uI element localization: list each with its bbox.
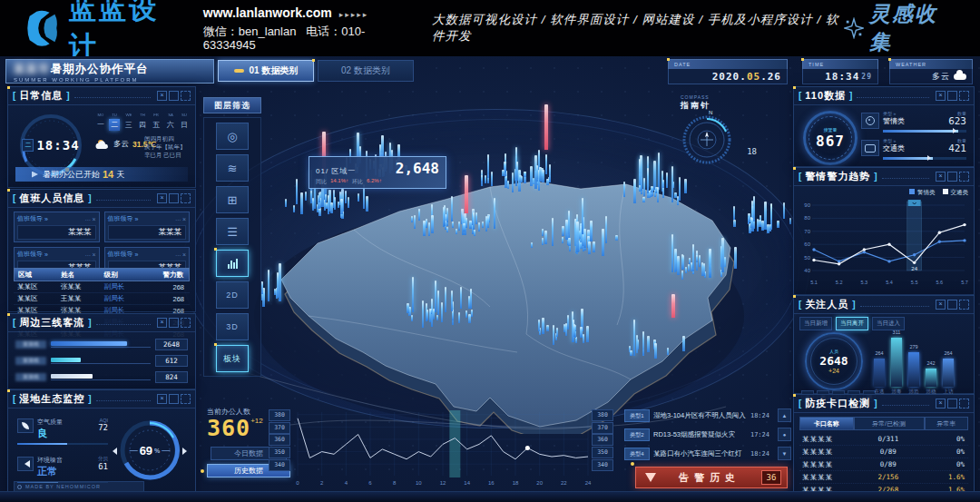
panel-title: 值班人员信息	[19, 192, 84, 205]
warning-triangle-icon	[643, 471, 658, 484]
radar-layer-button[interactable]: ≋	[216, 154, 249, 182]
window-icon[interactable]	[947, 399, 957, 408]
svg-text:5.7: 5.7	[961, 280, 968, 285]
grid-layer-button[interactable]: ⊞	[216, 186, 249, 213]
scroll-dot[interactable]: ●	[778, 428, 791, 441]
site-url[interactable]: www.lanlanwork.com	[203, 5, 332, 20]
expand-icon[interactable]	[181, 394, 191, 404]
col-header[interactable]: 警力数	[147, 271, 189, 280]
inspiration-collect[interactable]: 灵感收集	[844, 0, 953, 56]
panel-focus-persons: [关注人员]× 当日新增当日离开当日进入 人员 2648 +24 ◈◉◫▤▦ 2…	[793, 295, 975, 394]
3d-button[interactable]: 3D	[216, 313, 249, 340]
city-map[interactable]	[218, 134, 780, 434]
scroll-up-button[interactable]: ▲	[778, 408, 791, 422]
col-header[interactable]: 姓名	[61, 271, 103, 280]
window-icon[interactable]	[947, 172, 957, 182]
camera-layer-button[interactable]: ◎	[216, 123, 249, 150]
col-header[interactable]: 级别	[104, 271, 147, 280]
close-icon[interactable]: ×	[157, 193, 167, 203]
tooltip-value: 2,648	[396, 160, 439, 177]
eco-gauge-unit: %	[154, 448, 160, 454]
alert-row[interactable]: 类型4某路口有小汽车连闯三个红灯18:24	[624, 447, 769, 461]
col-abnormal-rate[interactable]: 异常率	[925, 417, 968, 430]
close-icon[interactable]: ×	[157, 394, 167, 404]
close-icon[interactable]: ×	[936, 91, 946, 101]
2d-button[interactable]: 2D	[216, 281, 249, 309]
window-icon[interactable]	[947, 300, 957, 310]
svg-text:10: 10	[416, 480, 422, 486]
close-icon[interactable]: ×	[92, 216, 95, 222]
svg-text:24: 24	[911, 266, 917, 271]
duty-table-header: 区域姓名级别警力数	[14, 268, 190, 281]
checkpoint-row: 某某某某0/3110%	[799, 433, 968, 446]
col-header[interactable]: 区域	[15, 271, 61, 280]
duty-leader-card[interactable]: 值班领导»⋯×某某某	[104, 212, 191, 242]
panel-title: 湿地生态监控	[19, 392, 84, 406]
focus-bar: 264上访	[943, 359, 954, 387]
close-icon[interactable]: ×	[936, 300, 946, 310]
window-icon[interactable]	[169, 318, 179, 328]
expand-icon[interactable]	[959, 91, 969, 101]
close-icon[interactable]: ×	[157, 318, 167, 328]
alert-row[interactable]: 类型2RD13-53烟感报警疑似火灾17:24	[624, 428, 769, 442]
chevron-right-icon: »	[44, 251, 48, 258]
time-plate: TIME 18:3429	[802, 59, 878, 83]
scroll-down-button[interactable]: ▼	[778, 447, 791, 460]
svg-text:2: 2	[320, 480, 324, 486]
flow-line-label: 某某线	[15, 357, 46, 365]
svg-text:12: 12	[440, 480, 446, 486]
panel-passenger-flow: [周边三线客流]× 某某线2648某某线612某某线824	[7, 313, 196, 389]
duty-leader-card[interactable]: 值班领导»⋯×某某某	[14, 212, 100, 242]
close-icon[interactable]: ×	[182, 216, 186, 222]
weather-plate: WEATHER 多云	[889, 59, 973, 83]
expand-icon[interactable]	[959, 172, 969, 182]
cell: 268	[148, 295, 190, 303]
more-dots-icon: ⋯	[175, 251, 181, 258]
y-axis-tick: 380	[592, 409, 613, 421]
close-icon[interactable]: ×	[92, 251, 95, 258]
checkpoint-rate: 1.6%	[922, 473, 968, 481]
bar-value-label: 311	[887, 330, 906, 335]
window-icon[interactable]	[169, 394, 179, 404]
focus-tab[interactable]: 当日新增	[799, 317, 832, 330]
bar-value-label: 242	[922, 360, 940, 366]
expand-icon[interactable]	[959, 300, 969, 310]
tab-data-category-1[interactable]: 01 数据类别	[218, 60, 314, 82]
close-icon[interactable]: ×	[182, 251, 186, 258]
list-layer-button[interactable]: ☰	[216, 218, 249, 245]
checkpoint-name: 某某某某	[799, 435, 854, 444]
y-axis-tick: 340	[592, 459, 613, 471]
dashboard: 01/ 区域一 2,648 同比 14.1%↑ 环比 6.2%↑ COMPASS…	[0, 56, 980, 502]
chart-layer-button[interactable]	[216, 250, 249, 277]
weekday-cell: MO一	[95, 112, 106, 131]
col-checkpoint-name[interactable]: 卡口名称	[799, 417, 854, 430]
close-icon[interactable]: ×	[936, 399, 946, 408]
type-bar	[883, 157, 966, 160]
checkpoint-ratio: 0/311	[854, 435, 922, 443]
col-abnormal-checked[interactable]: 异常/已检测	[854, 417, 925, 430]
tab-data-category-2[interactable]: 02 数据类别	[318, 60, 414, 82]
expand-icon[interactable]	[181, 193, 191, 203]
weekday-cell: TH四	[137, 112, 148, 131]
close-icon[interactable]: ×	[157, 91, 167, 101]
alert-row[interactable]: 类型1湿地3-104片区有不明人员闯入18:24	[624, 408, 769, 423]
flow-bar	[51, 341, 127, 346]
expand-icon[interactable]	[959, 399, 969, 408]
date-day: .26	[760, 71, 781, 83]
window-icon[interactable]	[947, 91, 957, 101]
alert-history-banner[interactable]: 告警历史 36	[635, 467, 788, 488]
expand-icon[interactable]	[181, 91, 191, 101]
compass-widget[interactable]: COMPASS 指南针 N 18	[681, 94, 744, 169]
window-icon[interactable]	[169, 193, 179, 203]
cell: 副局长	[104, 282, 148, 291]
window-icon[interactable]	[169, 91, 179, 101]
focus-tab[interactable]: 当日离开	[836, 317, 868, 330]
alarm-count-gauge: 接警量 867	[803, 111, 858, 165]
type-name: 警情类	[883, 116, 905, 126]
page-title: 暑期办公协作平台	[51, 63, 149, 75]
block-button[interactable]: 板块	[216, 345, 249, 372]
expand-icon[interactable]	[181, 318, 191, 328]
eco-metric: 环境噪音正常分贝61	[17, 456, 108, 483]
close-icon[interactable]: ×	[936, 172, 946, 182]
svg-text:18: 18	[513, 480, 519, 486]
